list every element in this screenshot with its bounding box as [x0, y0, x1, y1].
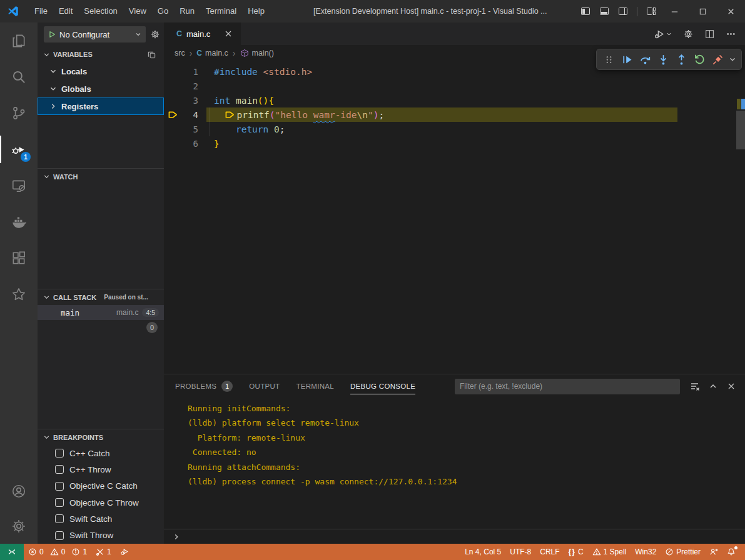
cursor-position[interactable]: Ln 4, Col 5	[460, 544, 505, 560]
debug-config-dropdown[interactable]: No Configurat	[44, 26, 146, 42]
panel-tab-terminal[interactable]: TERMINAL	[296, 374, 334, 398]
activity-accounts[interactable]	[0, 474, 38, 509]
step-over-button[interactable]	[636, 51, 654, 68]
menu-edit[interactable]: Edit	[53, 0, 78, 22]
activity-source-control[interactable]	[0, 95, 38, 131]
close-button[interactable]	[717, 0, 745, 22]
callstack-status: Paused on st...	[104, 294, 148, 301]
breakpoint-c-throw[interactable]: C++ Throw	[38, 461, 164, 478]
customize-layout-button[interactable]	[642, 0, 661, 22]
remote-indicator[interactable]	[0, 544, 24, 560]
toggle-secondary-sidebar-button[interactable]	[614, 0, 632, 22]
panel-tab-debug-console[interactable]: DEBUG CONSOLE	[350, 374, 415, 398]
gutter[interactable]: 4	[164, 110, 206, 120]
breakpoint-objective-c-catch[interactable]: Objective C Catch	[38, 478, 164, 494]
activity-remote-explorer[interactable]	[0, 168, 38, 204]
disconnect-button[interactable]	[709, 51, 727, 68]
minimize-button[interactable]	[661, 0, 689, 22]
eol-status[interactable]: CRLF	[535, 544, 564, 560]
close-icon[interactable]	[726, 381, 736, 391]
debug-status[interactable]	[116, 544, 133, 560]
breakpoint-c-catch[interactable]: C++ Catch	[38, 445, 164, 461]
variables-section-header[interactable]: VARIABLES	[38, 46, 164, 62]
code-editor[interactable]: 1#include <stdio.h>23int main(){4 printf…	[164, 61, 745, 374]
variables-scope-locals[interactable]: Locals	[38, 62, 164, 80]
split-editor-icon[interactable]	[704, 29, 715, 39]
gutter[interactable]: 1	[164, 67, 206, 77]
checkbox[interactable]	[55, 482, 64, 491]
activity-docker[interactable]	[0, 204, 38, 240]
menu-selection[interactable]: Selection	[78, 0, 123, 22]
gutter[interactable]: 6	[164, 139, 206, 149]
menu-help[interactable]: Help	[242, 0, 270, 22]
formatter-status[interactable]: Prettier	[661, 544, 705, 560]
step-out-button[interactable]	[672, 51, 691, 68]
drag-handle-button[interactable]	[600, 51, 618, 68]
checkbox[interactable]	[55, 465, 64, 474]
checkbox[interactable]	[55, 531, 64, 540]
breadcrumb-file[interactable]: main.c	[205, 49, 228, 58]
watch-section-header[interactable]: WATCH	[38, 168, 164, 184]
checkbox[interactable]	[55, 449, 64, 458]
run-or-debug-button[interactable]	[654, 29, 672, 39]
checkbox[interactable]	[55, 514, 64, 523]
checkbox[interactable]	[55, 498, 64, 507]
breakpoint-swift-catch[interactable]: Swift Catch	[38, 511, 164, 527]
menu-terminal[interactable]: Terminal	[200, 0, 242, 22]
activity-explorer[interactable]	[0, 22, 38, 59]
menu-file[interactable]: File	[29, 0, 53, 22]
activity-search[interactable]	[0, 59, 38, 95]
tab-main-c[interactable]: C main.c	[164, 22, 241, 45]
console-filter-input[interactable]	[455, 379, 680, 394]
spell-status[interactable]: 1 Spell	[588, 544, 631, 560]
console-line: Running attachCommands:	[188, 460, 745, 474]
variables-scope-registers[interactable]: Registers	[38, 98, 164, 115]
callstack-thread-row[interactable]: 0	[38, 320, 164, 335]
feedback-status[interactable]	[705, 544, 722, 560]
toggle-primary-sidebar-button[interactable]	[576, 0, 595, 22]
platform-status[interactable]: Win32	[631, 544, 661, 560]
breadcrumb-symbol[interactable]: main()	[252, 49, 274, 58]
maximize-button[interactable]	[689, 0, 717, 22]
tools-status[interactable]: 1	[91, 544, 116, 560]
gutter[interactable]: 3	[164, 96, 206, 106]
gear-icon[interactable]	[150, 29, 160, 39]
chevron-up-icon[interactable]	[708, 381, 718, 391]
activity-wamr-ide[interactable]	[0, 276, 38, 312]
restart-button[interactable]	[691, 51, 709, 68]
warning-count: 0	[61, 548, 66, 556]
close-icon[interactable]	[223, 29, 233, 39]
encoding-status[interactable]: UTF-8	[505, 544, 535, 560]
frame-name: main	[61, 308, 79, 318]
gear-icon[interactable]	[683, 29, 694, 39]
callstack-frame[interactable]: mainmain.c4:5	[38, 305, 164, 320]
activity-manage[interactable]	[0, 509, 38, 544]
panel-tab-output[interactable]: OUTPUT	[249, 374, 280, 398]
problems-status[interactable]: 0 0 1	[24, 544, 91, 560]
gutter[interactable]: 5	[164, 124, 206, 134]
step-into-button[interactable]	[654, 51, 672, 68]
activity-run-and-debug[interactable]: 1	[0, 131, 38, 168]
debug-console-input[interactable]	[164, 529, 745, 544]
editor-scrollbar[interactable]	[736, 111, 745, 149]
breadcrumb-folder[interactable]: src	[175, 49, 185, 58]
notifications-status[interactable]	[722, 544, 740, 560]
breakpoint-swift-throw[interactable]: Swift Throw	[38, 527, 164, 543]
menu-go[interactable]: Go	[152, 0, 174, 22]
continue-button[interactable]	[618, 51, 636, 68]
menu-run[interactable]: Run	[174, 0, 200, 22]
toggle-panel-button[interactable]	[595, 0, 614, 22]
gutter[interactable]: 2	[164, 81, 206, 91]
breakpoint-objective-c-throw[interactable]: Objective C Throw	[38, 494, 164, 511]
language-mode[interactable]: {} C	[564, 544, 588, 560]
variables-scope-globals[interactable]: Globals	[38, 80, 164, 98]
panel-tab-problems[interactable]: PROBLEMS1	[175, 374, 233, 398]
clear-console-icon[interactable]	[690, 381, 700, 391]
activity-extensions[interactable]	[0, 240, 38, 276]
warning-icon	[50, 548, 59, 556]
copy-icon[interactable]	[147, 50, 156, 59]
menu-view[interactable]: View	[123, 0, 152, 22]
callstack-section-header[interactable]: CALL STACK Paused on st...	[38, 289, 164, 305]
breakpoints-section-header[interactable]: BREAKPOINTS	[38, 429, 164, 445]
ellipsis-icon[interactable]	[726, 29, 736, 39]
